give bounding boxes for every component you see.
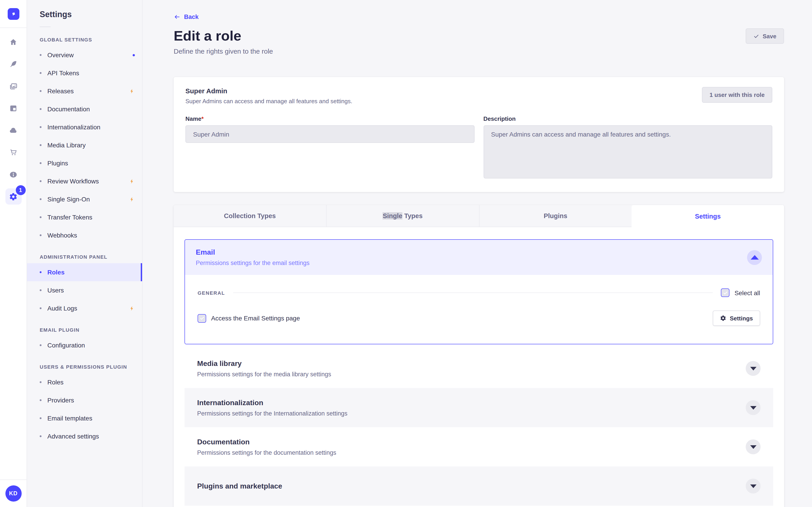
sidebar-item-label: Advanced settings [47, 433, 99, 440]
chevron-down-icon[interactable] [746, 361, 761, 376]
marketplace-icon[interactable] [5, 144, 21, 160]
logo-container [0, 0, 27, 28]
page-subtitle: Define the rights given to the role [174, 47, 784, 55]
accordion-titles: Plugins and marketplace [197, 482, 282, 490]
bullet-icon [40, 399, 42, 401]
sidebar-item-label: Internationalization [47, 123, 100, 131]
name-field[interactable] [186, 125, 474, 143]
main-content: Back Edit a role Save Define the rights … [143, 0, 812, 507]
sidebar-item-label: Audit Logs [47, 305, 77, 312]
sidebar-item-label: Transfer Tokens [47, 214, 92, 221]
checkbox-checked-icon [721, 288, 729, 297]
sidebar-item-email-templates[interactable]: Email templates [27, 409, 142, 427]
sidebar-item-roles[interactable]: Roles [27, 263, 142, 281]
accordion-email-body: GENERAL Select all [185, 275, 773, 344]
sidebar-item-label: Configuration [47, 342, 85, 349]
role-details-card: Super Admin Super Admins can access and … [174, 77, 784, 192]
sidebar-item-webhooks[interactable]: Webhooks [27, 226, 142, 244]
sidebar-item-api-tokens[interactable]: API Tokens [27, 64, 142, 82]
accordion-email-header[interactable]: Email Permissions settings for the email… [185, 240, 773, 275]
settings-notification-badge: 1 [15, 185, 26, 195]
accordion-plugins-and-marketplace[interactable]: Plugins and marketplace [185, 466, 773, 506]
content-manager-icon[interactable] [5, 56, 21, 72]
access-email-settings-label: Access the Email Settings page [211, 315, 300, 322]
accordion-media-library[interactable]: Media library Permissions settings for t… [185, 349, 773, 388]
back-link[interactable]: Back [174, 13, 199, 20]
tab-collection-types[interactable]: Collection Types [174, 205, 326, 227]
sidebar-item-providers[interactable]: Providers [27, 391, 142, 409]
sidebar-item-media-library[interactable]: Media Library [27, 136, 142, 154]
accordion-internationalization[interactable]: Internationalization Permissions setting… [185, 388, 773, 427]
media-library-icon[interactable] [5, 78, 21, 94]
role-form-fields: Name* Description Super Admins can acces… [186, 115, 772, 180]
bullet-icon [40, 344, 42, 346]
sidebar-item-single-sign-on[interactable]: Single Sign-On [27, 190, 142, 208]
tab-single-types[interactable]: Single Types [326, 205, 479, 227]
sidebar-item-label: Overview [47, 51, 74, 59]
sidebar-item-up-roles[interactable]: Roles [27, 373, 142, 391]
sidebar-item-label: Review Workflows [47, 178, 99, 185]
sidebar-item-label: Users [47, 287, 64, 294]
users-with-role-button[interactable]: 1 user with this role [702, 87, 772, 103]
accordion-titles: Media library Permissions settings for t… [197, 359, 331, 378]
sidebar-item-audit-logs[interactable]: Audit Logs [27, 299, 142, 317]
accordion-documentation[interactable]: Documentation Permissions settings for t… [185, 427, 773, 466]
sidebar-item-overview[interactable]: Overview [27, 46, 142, 64]
cloud-icon[interactable] [5, 122, 21, 138]
avatar[interactable]: KD [5, 485, 21, 502]
email-settings-button-label: Settings [730, 315, 753, 322]
accordion-subtitle: Permissions settings for the Internation… [197, 410, 347, 417]
general-section-row: GENERAL Select all [198, 288, 760, 297]
sidebar-item-releases[interactable]: Releases [27, 82, 142, 100]
settings-icon[interactable]: 1 [5, 188, 21, 205]
tab-settings[interactable]: Settings [632, 205, 784, 228]
strapi-logo[interactable] [7, 8, 19, 19]
role-card-titles: Super Admin Super Admins can access and … [186, 87, 352, 105]
email-permission-row: Access the Email Settings page Settings [198, 311, 760, 326]
sidebar-title: Settings [27, 10, 142, 19]
save-button[interactable]: Save [746, 29, 784, 44]
chevron-down-icon[interactable] [746, 400, 761, 415]
bullet-icon [40, 198, 42, 200]
sidebar-list-admin: Roles Users Audit Logs [27, 263, 142, 317]
bullet-icon [40, 271, 42, 273]
content-type-builder-icon[interactable] [5, 100, 21, 116]
sidebar-item-label: Roles [47, 379, 64, 386]
sidebar-item-review-workflows[interactable]: Review Workflows [27, 172, 142, 190]
page-title: Edit a role [174, 28, 241, 44]
email-settings-button[interactable]: Settings [713, 311, 760, 326]
main-nav-rail: 1 KD [0, 0, 27, 507]
role-name-heading: Super Admin [186, 87, 352, 95]
select-all-checkbox[interactable]: Select all [721, 288, 760, 297]
bullet-icon [40, 144, 42, 146]
sidebar-list-global: Overview API Tokens Releases Documentati… [27, 46, 142, 244]
sidebar-item-plugins[interactable]: Plugins [27, 154, 142, 172]
sidebar-item-configuration[interactable]: Configuration [27, 336, 142, 354]
sidebar-item-documentation[interactable]: Documentation [27, 100, 142, 118]
chevron-down-icon[interactable] [746, 439, 761, 454]
permissions-card: Collection Types Single Types Plugins Se… [174, 205, 784, 507]
required-asterisk: * [201, 115, 204, 122]
tab-plugins[interactable]: Plugins [479, 205, 632, 227]
bullet-icon [40, 108, 42, 110]
sidebar-item-advanced-settings[interactable]: Advanced settings [27, 427, 142, 445]
bullet-icon [40, 307, 42, 309]
accordion-titles: Internationalization Permissions setting… [197, 399, 347, 417]
sidebar-item-users[interactable]: Users [27, 281, 142, 299]
chevron-up-icon[interactable] [747, 250, 762, 265]
rail-user-section: KD [0, 480, 27, 507]
accordion-subtitle: Permissions settings for the media libra… [197, 371, 331, 378]
sidebar-item-transfer-tokens[interactable]: Transfer Tokens [27, 208, 142, 226]
accordion-title: Media library [197, 359, 331, 368]
information-icon[interactable] [5, 166, 21, 182]
description-field[interactable]: Super Admins can access and manage all f… [484, 125, 772, 178]
sidebar-item-internationalization[interactable]: Internationalization [27, 118, 142, 136]
sidebar-item-label: Email templates [47, 414, 92, 422]
permissions-tabbar: Collection Types Single Types Plugins Se… [174, 205, 784, 227]
chevron-down-icon[interactable] [746, 478, 761, 494]
name-field-group: Name* [186, 115, 474, 180]
home-icon[interactable] [5, 34, 21, 50]
access-email-settings-checkbox[interactable]: Access the Email Settings page [198, 314, 300, 323]
bullet-icon [40, 417, 42, 419]
sidebar-section-email-plugin: EMAIL PLUGIN [27, 327, 142, 333]
